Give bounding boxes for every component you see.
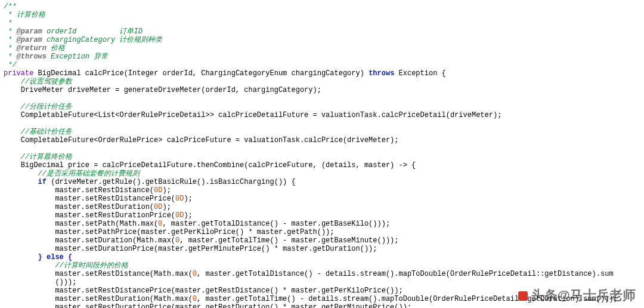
- else-statement: } else {: [4, 253, 72, 261]
- line-calc-detail-future: CompletableFuture<List<OrderRulePriceDet…: [4, 111, 501, 119]
- javadoc-param2: * @param chargingCategory 计价规则种类: [4, 36, 162, 44]
- javadoc-param1: * @param orderId 订单ID: [4, 27, 143, 36]
- line-rest-distance: master.setRestDistance(0D);: [4, 186, 171, 195]
- toutiao-icon: [518, 291, 528, 301]
- line-else-rest-distance-cont: ()));: [4, 278, 76, 287]
- line-set-path: master.setPath(Math.max(0, master.getTot…: [4, 220, 390, 228]
- javadoc-title: * 计算价格: [4, 11, 45, 19]
- javadoc-blank: *: [4, 19, 12, 27]
- javadoc-open: /**: [4, 2, 17, 11]
- line-then-combine: BigDecimal price = calcPriceDetailFuture…: [4, 161, 416, 170]
- line-drivemeter: DriveMeter driveMeter = generateDriveMet…: [4, 86, 321, 94]
- comment-final-price: //计算最终价格: [21, 153, 72, 161]
- code-block: /** * 计算价格 * * @param orderId 订单ID * @pa…: [0, 0, 644, 308]
- comment-basic-task: //基础计价任务: [21, 128, 72, 136]
- watermark-prefix: 头条: [531, 288, 558, 303]
- javadoc-close: */: [4, 61, 17, 69]
- comment-drive-params: //设置驾驶参数: [21, 78, 72, 86]
- line-rest-duration-price: master.setRestDurationPrice(0D);: [4, 211, 193, 220]
- watermark-handle: @马士兵老师: [558, 288, 636, 303]
- line-rest-duration: master.setRestDuration(0D);: [4, 203, 171, 211]
- comment-segment-task: //分段计价任务: [21, 103, 72, 111]
- line-set-path-price: master.setPathPrice(master.getPerKiloPri…: [4, 228, 335, 236]
- line-else-rest-distance: master.setRestDistance(Math.max(0, maste…: [4, 270, 614, 278]
- line-set-duration-price: master.setDurationPrice(master.getPerMin…: [4, 245, 377, 253]
- if-statement: if (driveMeter.getRule().getBasicRule().…: [4, 178, 296, 186]
- javadoc-throws: * @throws Exception 异常: [4, 53, 108, 61]
- line-calc-price-future: CompletableFuture<OrderRulePrice> calcPr…: [4, 136, 399, 144]
- watermark: 头条@马士兵老师: [518, 287, 636, 304]
- comment-basic-rule: //是否采用基础套餐的计费规则: [38, 170, 140, 178]
- line-rest-distance-price: master.setRestDistancePrice(0D);: [4, 195, 193, 203]
- comment-out-of-period: //计算时间段外的价格: [55, 261, 128, 270]
- method-signature: private BigDecimal calcPrice(Integer ord…: [4, 69, 446, 78]
- line-set-duration: master.setDuration(Math.max(0, master.ge…: [4, 236, 399, 245]
- javadoc-return: * @return 价格: [4, 44, 65, 53]
- line-else-rest-duration-price: master.setRestDurationPrice(master.getRe…: [4, 303, 411, 308]
- line-else-rest-distance-price: master.setRestDistancePrice(master.getRe…: [4, 287, 403, 295]
